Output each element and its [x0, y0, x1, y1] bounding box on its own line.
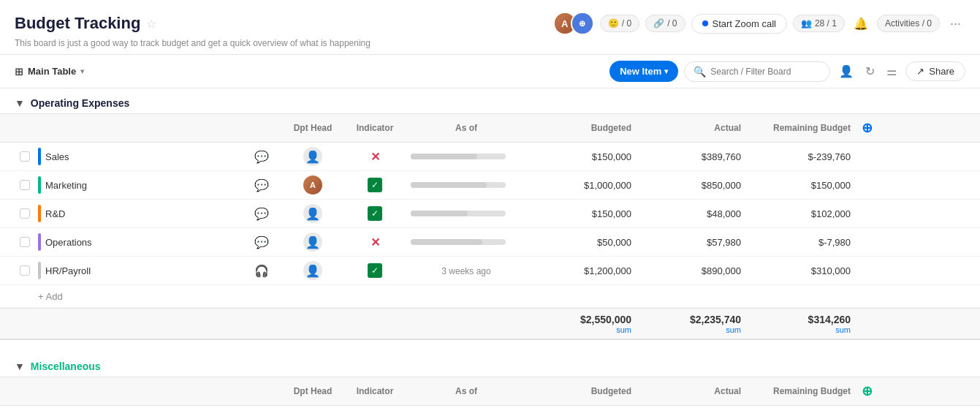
row-dpt-head: 👤	[284, 200, 342, 227]
progress-fill	[411, 211, 468, 216]
filter-button[interactable]: ⚌	[884, 61, 900, 81]
progress-fill	[411, 239, 482, 245]
row-checkbox-cell[interactable]	[15, 175, 35, 194]
row-item-name: Sales	[35, 143, 240, 170]
person-filter-button[interactable]: 👤	[836, 61, 856, 81]
star-icon[interactable]: ☆	[146, 17, 156, 31]
person-svg: 👤	[305, 264, 320, 278]
row-as-of	[408, 235, 525, 249]
page-subtitle: This board is just a good way to track b…	[15, 38, 965, 48]
row-extra	[854, 152, 880, 161]
row-indicator	[38, 262, 41, 279]
row-comment[interactable]: 💬	[240, 203, 284, 225]
zoom-call-button[interactable]: Start Zoom call	[691, 14, 787, 34]
row-checkbox[interactable]	[20, 237, 30, 247]
group-toggle-icon[interactable]: ▼	[15, 97, 25, 109]
comment-icon[interactable]: 💬	[254, 208, 269, 220]
row-indicator-cell: ✓	[342, 202, 408, 225]
row-checkbox[interactable]	[20, 208, 30, 219]
search-input[interactable]	[710, 67, 821, 77]
misc-col-add[interactable]: ⊕	[854, 377, 880, 405]
comment-icon[interactable]: 💬	[254, 236, 269, 249]
more-options-button[interactable]: ···	[946, 15, 965, 33]
row-as-of	[408, 149, 525, 164]
col-dpt-head: Dpt Head	[284, 117, 342, 139]
share-icon: ↗	[916, 66, 924, 77]
search-box[interactable]: 🔍	[684, 61, 830, 82]
row-actual: $57,980	[634, 233, 744, 252]
comment-icon[interactable]: 💬	[254, 151, 269, 163]
person-svg: 👤	[305, 207, 320, 221]
row-comment[interactable]: 🎧	[240, 260, 284, 282]
row-checkbox[interactable]	[20, 151, 30, 162]
comment-icon[interactable]: 🎧	[254, 265, 269, 277]
sum-row: $2,550,000 sum $2,235,740 sum $314,260 s…	[0, 308, 980, 340]
col-comment	[240, 122, 284, 134]
date-text: 3 weeks ago	[441, 266, 490, 276]
add-row-button[interactable]: + Add	[0, 285, 980, 308]
table-row: HR/Payroll 🎧 👤 ✓ 3 weeks ago $1,200,000 …	[0, 257, 980, 285]
check-icon: ✓	[368, 263, 382, 278]
row-comment[interactable]: 💬	[240, 231, 284, 254]
team-icon: 👥	[801, 18, 812, 29]
refresh-button[interactable]: ↻	[862, 61, 878, 81]
share-button[interactable]: ↗ Share	[905, 61, 965, 81]
new-item-button[interactable]: New Item ▾	[609, 61, 678, 82]
row-extra	[854, 266, 880, 275]
comment-icon[interactable]: 💬	[254, 179, 269, 192]
header-actions: A ⊕ 🙂 / 0 🔗 / 0 Start Zoom call	[553, 12, 965, 35]
row-indicator-cell: ✓	[342, 259, 408, 282]
activities-button[interactable]: Activities / 0	[877, 15, 940, 32]
row-item-name: Marketing	[35, 172, 240, 198]
team-button[interactable]: 👥 28 / 1	[793, 15, 845, 32]
reactions-button[interactable]: 🙂 / 0	[600, 15, 639, 32]
table-row: R&D 💬 👤 ✓ $150,000 $48,000 $102,000	[0, 200, 980, 228]
misc-col-budgeted: Budgeted	[525, 380, 634, 402]
row-checkbox-cell[interactable]	[15, 233, 35, 252]
toolbar: ⊞ Main Table ▾ New Item ▾ 🔍 👤 ↻ ⚌ ↗ Shar…	[0, 55, 980, 88]
group-toggle-icon[interactable]: ▼	[15, 360, 25, 372]
row-budgeted: $1,000,000	[525, 175, 634, 195]
more-icon: ···	[950, 16, 961, 31]
person-icon: 👤	[303, 233, 322, 252]
row-checkbox[interactable]	[20, 265, 30, 276]
chevron-down-icon: ▾	[80, 67, 84, 75]
row-checkbox-cell[interactable]	[15, 204, 35, 223]
main-table-button[interactable]: ⊞ Main Table ▾	[15, 66, 84, 78]
share-count-value: / 0	[667, 18, 677, 29]
person-icon: 👤	[303, 261, 322, 280]
col-item-name	[35, 122, 240, 134]
row-checkbox-cell[interactable]	[15, 147, 35, 166]
check-icon: ✓	[368, 178, 382, 192]
row-comment[interactable]: 💬	[240, 174, 284, 197]
miscellaneous-col-headers: Dpt Head Indicator As of Budgeted Actual…	[0, 377, 980, 406]
sum-actual-label: sum	[637, 325, 741, 334]
sum-remaining-label: sum	[747, 325, 851, 334]
row-remaining: $102,000	[744, 204, 854, 224]
row-comment[interactable]: 💬	[240, 146, 284, 168]
share-count-button[interactable]: 🔗 / 0	[645, 15, 685, 32]
row-item-name: HR/Payroll	[35, 257, 240, 284]
row-remaining: $-239,760	[744, 147, 854, 167]
miscellaneous-title: Miscellaneous	[31, 360, 101, 372]
col-budgeted: Budgeted	[525, 117, 634, 139]
zoom-call-label: Start Zoom call	[713, 18, 776, 29]
operating-expenses-col-headers: Dpt Head Indicator As of Budgeted Actual…	[0, 113, 980, 143]
misc-col-indicator: Indicator	[342, 380, 408, 402]
person-icon: 👤	[303, 147, 322, 166]
sum-remaining-cell: $314,260 sum	[744, 311, 854, 337]
new-item-label: New Item	[620, 66, 661, 77]
progress-fill	[411, 182, 487, 188]
row-checkbox[interactable]	[20, 180, 30, 190]
notifications-button[interactable]: 🔔	[851, 14, 871, 34]
col-as-of: As of	[408, 117, 525, 139]
row-checkbox-cell[interactable]	[15, 261, 35, 280]
row-extra	[854, 209, 880, 218]
progress-bar	[411, 154, 506, 159]
operating-expenses-title: Operating Expenses	[31, 97, 129, 109]
progress-fill	[411, 154, 477, 159]
col-add[interactable]: ⊕	[854, 114, 880, 142]
main-table-label: Main Table	[28, 66, 76, 77]
zoom-dot-icon	[702, 20, 708, 26]
search-icon: 🔍	[694, 66, 706, 78]
